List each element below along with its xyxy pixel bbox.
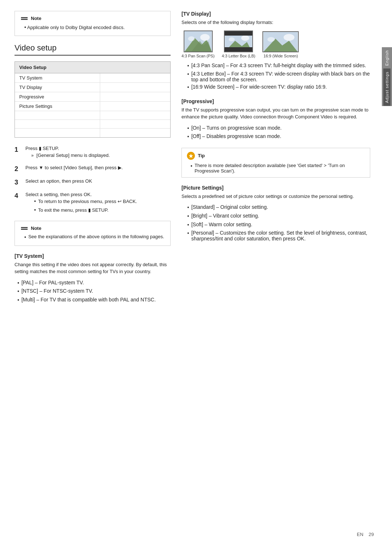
svg-rect-3 (21, 229, 28, 230)
video-setup-table: Video Setup TV System TV Display Progres… (15, 61, 171, 138)
svg-rect-2 (21, 227, 28, 228)
list-item: • [Off] – Disables progressive scan mode… (187, 133, 370, 141)
step-content-1: Press ▮ SETUP. » [General Setup] menu is… (25, 145, 171, 161)
side-tab: English Adjust settings (382, 47, 392, 106)
row-progressive-val (100, 92, 170, 101)
black-bar-bottom (225, 47, 252, 52)
img-widescreen: 16:9 (Wide Screen) (262, 31, 299, 58)
list-item: • [PAL] – For PAL-system TV. (17, 280, 171, 287)
tv-display-bullet-1: [4:3 Pan Scan] – For 4:3 screen TV: full… (191, 62, 366, 70)
step-text-1: Press ▮ SETUP. (25, 146, 59, 151)
step-sub-bullet-2: • To exit the menu, press ▮ SETUP. (34, 207, 171, 214)
svg-point-8 (188, 36, 195, 41)
tip-content: • There is more detailed description ava… (191, 163, 365, 174)
right-column: [TV Display] Selects one of the followin… (181, 11, 370, 537)
side-tab-english: English (383, 47, 391, 69)
picture-settings-section: [Picture Settings] Selects a predefined … (181, 185, 370, 241)
row-tv-system: TV System (15, 73, 100, 82)
table-row-empty (15, 129, 170, 137)
note-header-1: Note (21, 16, 164, 21)
tv-system-bullet-1: [PAL] – For PAL-system TV. (21, 280, 84, 287)
table-row: Picture Settings (15, 102, 170, 111)
list-item: • [Standard] – Original color setting. (187, 204, 370, 211)
note-box-2: Note • See the explanations of the above… (15, 221, 171, 246)
step-2: 2 Press ▼ to select [Video Setup], then … (15, 164, 171, 174)
row-tv-display: TV Display (15, 83, 100, 92)
picture-settings-bullet-1: [Standard] – Original color setting. (191, 204, 268, 211)
picture-settings-bullet-4: [Personal] – Customizes the color settin… (191, 230, 370, 241)
step-sub-text-4a: To return to the previous menu, press ↩ … (38, 198, 137, 205)
video-setup-heading: Video setup (15, 43, 171, 56)
note-label-2: Note (31, 226, 41, 231)
svg-rect-0 (21, 17, 28, 18)
note-icon-2 (21, 226, 28, 231)
img-caption-widescreen: 16:9 (Wide Screen) (264, 54, 298, 58)
tv-display-text: Selects one of the following display for… (181, 19, 370, 26)
picture-settings-bullet-2: [Bright] – Vibrant color setting. (191, 213, 259, 220)
note-icon-1 (21, 16, 28, 21)
list-item: • [Personal] – Customizes the color sett… (187, 230, 370, 241)
step-text-2: Press ▼ to select [Video Setup], then pr… (25, 165, 123, 170)
list-item: • [On] – Turns on progressive scan mode. (187, 125, 370, 132)
page-footer: EN 29 (357, 532, 374, 537)
progressive-text: If the TV supports progressive scan outp… (181, 106, 370, 121)
table-header: Video Setup (15, 62, 170, 73)
step-content-4: Select a setting, then press OK. • To re… (25, 191, 171, 215)
table-row-empty (15, 111, 170, 120)
tv-system-bullet-3: [Multi] – For TV that is compatible with… (21, 297, 156, 304)
img-caption-letterbox: 4:3 Letter Box (LB) (222, 54, 255, 58)
list-item: • [4:3 Pan Scan] – For 4:3 screen TV: fu… (187, 62, 370, 70)
step-sub-text-4b: To exit the menu, press ▮ SETUP. (38, 207, 109, 214)
step-text-3: Select an option, then press OK (25, 178, 92, 184)
svg-point-15 (284, 34, 295, 41)
progressive-bullet-1: [On] – Turns on progressive scan mode. (191, 125, 282, 132)
list-item: • [Soft] – Warm color setting. (187, 222, 370, 229)
list-item: • [16:9 Wide Screen] – For wide-screen T… (187, 84, 370, 91)
list-item: • [Multi] – For TV that is compatible wi… (17, 297, 171, 304)
tv-display-section: [TV Display] Selects one of the followin… (181, 11, 370, 91)
tip-label: Tip (198, 153, 205, 158)
picture-settings-title: [Picture Settings] (181, 185, 370, 191)
svg-point-16 (268, 37, 275, 41)
step-sub-bullet-1: • To return to the previous menu, press … (34, 198, 171, 205)
progressive-bullets: • [On] – Turns on progressive scan mode.… (184, 125, 370, 141)
row-tv-system-val (100, 73, 170, 82)
tip-header: Tip (187, 152, 365, 160)
progressive-title: [Progressive] (181, 98, 370, 104)
step-4: 4 Select a setting, then press OK. • To … (15, 191, 171, 215)
step-num-1: 1 (15, 145, 22, 161)
list-item: • [NTSC] – For NTSC-system TV. (17, 288, 171, 295)
step-sub-4: • To return to the previous menu, press … (31, 198, 171, 214)
step-content-3: Select an option, then press OK (25, 178, 171, 187)
step-3: 3 Select an option, then press OK (15, 178, 171, 187)
black-bar-top (225, 31, 252, 36)
step-num-2: 2 (15, 164, 22, 174)
tv-system-bullet-2: [NTSC] – For NTSC-system TV. (21, 288, 93, 295)
step-sub-item-1: » [General Setup] menu is displayed. (31, 152, 171, 159)
tv-screen-panscan (184, 31, 213, 52)
note-content-2: • See the explanations of the above opti… (24, 234, 164, 241)
tip-text: There is more detailed description avail… (195, 163, 365, 174)
svg-point-12 (229, 37, 235, 41)
svg-point-11 (241, 35, 249, 41)
side-tab-adjust: Adjust settings (383, 69, 391, 106)
step-num-4: 4 (15, 191, 22, 215)
steps-list: 1 Press ▮ SETUP. » [General Setup] menu … (15, 145, 171, 215)
step-sub-1: » [General Setup] menu is displayed. (31, 152, 171, 159)
picture-settings-bullets: • [Standard] – Original color setting. •… (184, 204, 370, 241)
row-tv-display-val (100, 83, 170, 92)
tv-system-text: Change this setting if the video does no… (15, 261, 171, 275)
table-row: TV Display (15, 83, 170, 92)
row-progressive: Progressive (15, 92, 100, 101)
tv-display-bullet-2: [4:3 Letter Box] – For 4:3 screen TV: wi… (191, 71, 370, 82)
step-num-3: 3 (15, 178, 22, 187)
note-text-1: Applicable only to Dolby Digital encoded… (27, 25, 125, 30)
tv-screen-widescreen (262, 31, 299, 52)
tip-box: Tip • There is more detailed description… (181, 148, 370, 178)
note-header-2: Note (21, 226, 164, 231)
progressive-section: [Progressive] If the TV supports progres… (181, 98, 370, 141)
svg-point-7 (200, 34, 209, 41)
img-letterbox: 4:3 Letter Box (LB) (222, 31, 255, 58)
row-picture-settings: Picture Settings (15, 102, 100, 111)
tv-system-section: [TV System] Change this setting if the v… (15, 253, 171, 304)
